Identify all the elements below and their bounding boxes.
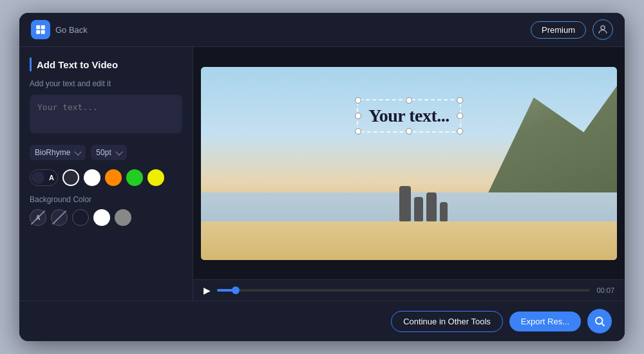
handle-mr[interactable]	[457, 113, 463, 119]
sidebar-title-bar: Add Text to Video	[30, 57, 182, 71]
time-display: 00:07	[596, 286, 614, 294]
user-icon	[597, 24, 609, 35]
premium-button[interactable]: Premium	[531, 21, 586, 39]
bg-color-dark[interactable]	[72, 209, 89, 226]
font-row: BioRhyme 50pt	[30, 145, 182, 160]
text-color-white[interactable]	[84, 169, 100, 186]
sidebar: Add Text to Video Add your text and edit…	[19, 47, 193, 301]
bg-color-white[interactable]	[93, 209, 110, 226]
chevron-down-icon	[115, 148, 122, 155]
bg-a-label: A	[35, 214, 40, 221]
overlay-text: Your text...	[368, 106, 450, 126]
header-right: Premium	[531, 19, 613, 40]
video-frame: Your text...	[201, 67, 617, 260]
progress-thumb[interactable]	[232, 286, 240, 294]
text-color-dark[interactable]	[62, 169, 79, 186]
handle-bl[interactable]	[355, 128, 361, 135]
handle-tl[interactable]	[355, 97, 361, 104]
user-avatar[interactable]	[592, 19, 613, 40]
video-background: Your text...	[201, 67, 617, 260]
font-size-select[interactable]: 50pt	[91, 145, 126, 160]
header: Go Back Premium	[19, 13, 625, 47]
person-3	[426, 192, 437, 221]
app-window: Go Back Premium Add Text to Video Add yo…	[19, 13, 625, 341]
sidebar-accent-bar	[30, 57, 32, 71]
toggle-knob	[32, 171, 44, 184]
text-color-green[interactable]	[126, 169, 143, 186]
beach-sand	[201, 221, 617, 260]
export-button[interactable]: Export Res...	[509, 312, 581, 331]
person-1	[399, 186, 411, 221]
sidebar-title: Add Text to Video	[37, 59, 118, 70]
svg-line-6	[601, 323, 604, 326]
person-4	[440, 202, 448, 221]
video-area: Your text... ▶ 00:07	[193, 47, 625, 301]
go-back-link[interactable]: Go Back	[55, 25, 88, 35]
svg-rect-3	[41, 30, 45, 34]
progress-bar[interactable]	[217, 289, 590, 292]
handle-tr[interactable]	[457, 97, 463, 104]
playback-bar: ▶ 00:07	[193, 279, 625, 301]
handle-br[interactable]	[457, 128, 463, 135]
svg-point-4	[601, 26, 605, 30]
handle-ml[interactable]	[355, 113, 361, 119]
people-group	[399, 186, 448, 221]
bg-color-gray[interactable]	[115, 209, 131, 226]
bg-color-label: Background Color	[30, 195, 182, 204]
svg-point-5	[596, 317, 603, 324]
logo-icon	[35, 24, 46, 35]
bg-color-transparent[interactable]	[51, 209, 68, 226]
search-icon	[594, 315, 605, 327]
text-color-row: A	[30, 169, 182, 186]
app-logo	[31, 20, 50, 39]
handle-bc[interactable]	[406, 128, 412, 135]
continue-button[interactable]: Continue in Other Tools	[391, 311, 503, 332]
video-container: Your text...	[193, 47, 625, 279]
text-overlay[interactable]: Your text...	[357, 99, 461, 133]
bottom-bar: Continue in Other Tools Export Res...	[19, 301, 625, 341]
text-color-orange[interactable]	[105, 169, 122, 186]
search-fab[interactable]	[587, 309, 612, 333]
chevron-down-icon	[75, 148, 82, 155]
header-left: Go Back	[31, 20, 88, 39]
sidebar-subtitle: Add your text and edit it	[30, 79, 182, 88]
bg-color-row: A	[30, 209, 182, 226]
handle-tc[interactable]	[406, 97, 412, 104]
text-color-toggle[interactable]: A	[30, 169, 58, 186]
main-content: Add Text to Video Add your text and edit…	[19, 47, 625, 301]
play-button[interactable]: ▶	[204, 285, 211, 295]
font-family-select[interactable]: BioRhyme	[30, 145, 86, 160]
person-2	[414, 197, 423, 221]
svg-rect-1	[41, 25, 45, 29]
bg-color-transparent-a[interactable]: A	[30, 209, 46, 226]
toggle-a-label: A	[49, 174, 54, 182]
text-color-yellow[interactable]	[147, 169, 164, 186]
text-input[interactable]	[30, 95, 182, 133]
svg-rect-2	[36, 30, 40, 34]
svg-rect-0	[36, 25, 40, 29]
